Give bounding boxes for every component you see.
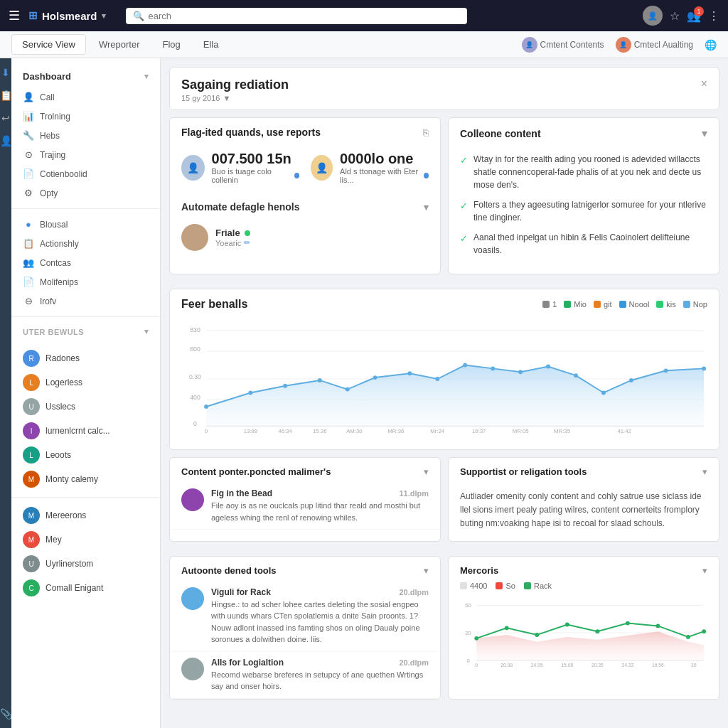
doc-icon: 📄 [23, 168, 34, 179]
user-radones[interactable]: R Radones [11, 346, 160, 370]
user-mereerons[interactable]: M Mereerons [11, 503, 160, 528]
checklist-collapse-icon[interactable]: ▾ [702, 127, 707, 140]
tab-wreporter[interactable]: Wreporter [89, 35, 150, 54]
second-nav: Service View Wreporter Flog Ella 👤 Cmten… [0, 31, 728, 58]
sidebar-back-icon[interactable]: ↩ [1, 112, 10, 124]
content-ponter-title: Content ponter.poncted malimer's [181, 466, 331, 477]
svg-text:60: 60 [465, 602, 471, 609]
menu-dots-icon[interactable]: ⋮ [708, 9, 719, 23]
stat-avatar-2: 👤 [311, 155, 333, 181]
activity-avatar-1 [181, 488, 204, 511]
legend-sq-1 [542, 301, 550, 308]
feer-chart-wrapper: 830 600 0.30 400 0 [170, 316, 719, 449]
activity-name-1: Fig in the Bead 11.dlpm [211, 488, 429, 498]
star-icon[interactable]: ☆ [670, 9, 680, 23]
sidebar-item-trolning[interactable]: 📊 Trolning [11, 107, 160, 126]
svg-point-20 [518, 370, 523, 374]
uyrlinerstom-avatar: U [23, 555, 40, 572]
sidebar-item-contcas[interactable]: 👥 Contcas [11, 253, 160, 272]
svg-point-23 [601, 391, 606, 395]
sidebar-item-opty[interactable]: ⚙ Opty [11, 183, 160, 203]
contact-user-item[interactable]: 👤 Cmtecl Aualting [616, 37, 693, 53]
svg-text:13:89: 13:89 [244, 428, 257, 434]
user-avatar-nav[interactable]: 👤 [643, 6, 663, 26]
svg-point-14 [346, 387, 350, 392]
user-logerless[interactable]: L Logerless [11, 370, 160, 395]
svg-text:400: 400 [190, 394, 200, 401]
user-monty[interactable]: M Monty calemy [11, 467, 160, 491]
svg-text:0.30: 0.30 [189, 373, 201, 380]
sidebar-item-molifenips[interactable]: 📄 Molifenips [11, 272, 160, 291]
checklist-item-3: ✓ Aanal thed inpelgat un hibin & Felis C… [460, 231, 707, 257]
svg-point-25 [664, 368, 668, 373]
stats-row: 👤 007.500 15n Buo is tuage colo collenin… [170, 144, 440, 194]
user-comall[interactable]: C Comall Enigant [11, 576, 160, 600]
user-lurnenlcrnt[interactable]: l lurnenlcrnt calc... [11, 419, 160, 443]
sidebar-item-irofv[interactable]: ⊖ Irofv [11, 291, 160, 311]
svg-text:24.33: 24.33 [621, 663, 633, 668]
sidebar-item-actionshly[interactable]: 📋 Actionshly [11, 234, 160, 253]
user-uyrlinerstom[interactable]: U Uyrlinerstom [11, 552, 160, 576]
svg-text:0: 0 [205, 428, 208, 434]
svg-text:MR:35: MR:35 [554, 428, 570, 434]
logo-dropdown-icon[interactable]: ▾ [102, 11, 106, 21]
svg-point-52 [702, 629, 706, 633]
mercoris-collapse[interactable]: ▾ [702, 565, 707, 576]
sidebar-item-call[interactable]: 👤 Call [11, 87, 160, 107]
hamburger-icon[interactable]: ☰ [9, 8, 20, 23]
legend-item-1: 1 [542, 300, 557, 309]
checklist-item-2: ✓ Folters a they ageesuting latnigerlor … [460, 198, 707, 224]
mercoris-title: Mercoris [460, 565, 498, 576]
stats-title: Flag-ited quands, use reports [181, 127, 321, 138]
user-leoots[interactable]: L Leoots [11, 443, 160, 467]
globe-icon[interactable]: 🌐 [705, 39, 717, 50]
search-bar[interactable]: 🔍 [126, 8, 467, 24]
call-icon: 👤 [23, 92, 34, 102]
autoonte-collapse[interactable]: ▾ [424, 565, 429, 576]
copy-icon[interactable]: ⎘ [423, 127, 429, 138]
dashboard-close-button[interactable]: × [701, 77, 707, 90]
sidebar-item-blousal[interactable]: ● Blousal [11, 215, 160, 234]
sidebar-clipboard-icon[interactable]: 📋 [0, 90, 12, 101]
user-group-1: R Radones L Logerless U Usslecs l lurnen… [11, 346, 160, 491]
user-collapse-icon[interactable]: ▾ [144, 327, 149, 336]
automate-section-row: Automate defagle henols ▾ [170, 194, 440, 218]
activity-body-1: Fig in the Bead 11.dlpm File aoy is as n… [211, 488, 429, 523]
tab-service-view[interactable]: Service View [11, 34, 86, 55]
legend-item-2: Mio [564, 300, 587, 309]
user-mey[interactable]: M Mey [11, 528, 160, 552]
search-input[interactable] [149, 11, 460, 21]
content-ponter-collapse[interactable]: ▾ [424, 466, 429, 477]
sidebar-item-trajing[interactable]: ⊙ Trajing [11, 145, 160, 164]
tab-ella[interactable]: Ella [193, 35, 229, 54]
sidebar-home-icon[interactable]: ⬇ [1, 67, 10, 78]
sidebar-collapse-icon[interactable]: ▾ [144, 72, 149, 81]
sidebar-item-hebs[interactable]: 🔧 Hebs [11, 126, 160, 145]
tab-flog[interactable]: Flog [152, 35, 190, 54]
stat-avatar-1: 👤 [181, 155, 205, 181]
dashboard-date: 15 gy 2016 ▼ [181, 94, 289, 102]
stat-item-1: 👤 007.500 15n Buo is tuage colo collenin [181, 151, 299, 184]
activity-item-1: Fig in the Bead 11.dlpm File aoy is as n… [170, 483, 440, 530]
date-dropdown-icon[interactable]: ▼ [223, 94, 230, 102]
svg-point-16 [407, 371, 412, 375]
svg-text:24.95: 24.95 [531, 663, 543, 668]
legend-item-6: Nop [683, 300, 707, 309]
mercoris-legend-1: 4400 [460, 582, 487, 590]
content-user-item[interactable]: 👤 Cmtent Contents [522, 37, 604, 53]
automate-collapse-icon[interactable]: ▾ [424, 202, 429, 213]
support-collapse[interactable]: ▾ [702, 466, 707, 477]
sidebar-item-cotienboolid[interactable]: 📄 Cotienboolid [11, 164, 160, 183]
logo-text: Holsmeard [42, 10, 97, 22]
mercoris-sq-3 [524, 582, 531, 589]
svg-text:16:37: 16:37 [472, 428, 486, 434]
checklist-title: Colleone content [460, 128, 541, 139]
contact-label: Cmtecl Aualting [634, 40, 693, 50]
sidebar-attach-icon[interactable]: 📎 [0, 708, 12, 719]
notification-wrap[interactable]: 👥 1 [687, 9, 701, 23]
assign-avatar [181, 224, 208, 251]
sidebar-user-icon[interactable]: 👤 [0, 135, 12, 146]
mercoris-sq-2 [496, 582, 503, 589]
user-usslecs[interactable]: U Usslecs [11, 395, 160, 419]
sidebar-divider-2 [11, 316, 160, 317]
